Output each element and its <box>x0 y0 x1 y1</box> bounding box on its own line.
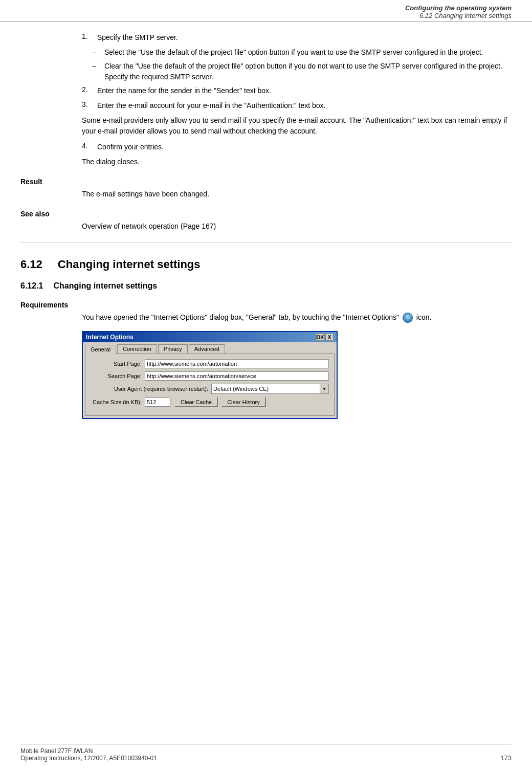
page-number: 173 <box>500 754 512 762</box>
step-1-text: Specify the SMTP server. <box>97 32 512 43</box>
user-agent-input[interactable] <box>211 384 320 394</box>
tab-advanced[interactable]: Advanced <box>189 344 225 354</box>
result-section: Result The e-mail settings have been cha… <box>20 178 512 200</box>
search-page-input[interactable] <box>145 371 329 381</box>
step-4-para: The dialog closes. <box>82 157 512 167</box>
bullet-2: – Clear the "Use the default of the proj… <box>92 61 512 82</box>
dialog-titlebar: Internet Options OK X <box>83 332 337 342</box>
step-1-num: 1. <box>82 32 97 43</box>
dialog-body: Start Page: Search Page: User Agent (req… <box>85 354 335 416</box>
subchapter-heading: 6.12.1 Changing internet settings <box>20 281 512 291</box>
search-page-label: Search Page: <box>91 373 142 379</box>
tab-general[interactable]: General <box>85 345 116 354</box>
tab-connection[interactable]: Connection <box>117 344 157 354</box>
dialog-wrapper: Internet Options OK X General Connection… <box>82 331 512 419</box>
section-divider <box>20 242 512 242</box>
user-agent-row: User Agent (requires browser restart): ▼ <box>91 384 329 394</box>
tab-privacy[interactable]: Privacy <box>158 344 188 354</box>
bullet-1-text: Select the "Use the default of the proje… <box>104 47 483 58</box>
step-4: 4. Confirm your entries. <box>82 142 512 152</box>
requirements-text: You have opened the "Internet Options" d… <box>82 312 512 323</box>
close-button[interactable]: X <box>325 334 334 341</box>
see-also-text: Overview of network operation (Page 167) <box>82 221 512 232</box>
clear-history-button[interactable]: Clear History <box>221 397 266 407</box>
bullet-list-1: – Select the "Use the default of the pro… <box>92 47 512 82</box>
step-3-para: Some e-mail providers only allow you to … <box>82 115 512 137</box>
bullet-2-text: Clear the "Use the default of the projec… <box>104 61 512 82</box>
page-container: Configuring the operating system 6.12 Ch… <box>0 0 532 772</box>
ok-button[interactable]: OK <box>316 334 324 341</box>
start-page-row: Start Page: <box>91 359 329 368</box>
step-1: 1. Specify the SMTP server. <box>82 32 512 43</box>
requirements-label: Requirements <box>20 301 512 309</box>
chapter-heading: 6.12 Changing internet settings <box>20 258 512 271</box>
step-3-text: Enter the e-mail account for your e-mail… <box>97 100 512 111</box>
see-also-section: See also Overview of network operation (… <box>20 210 512 232</box>
cache-size-row: Cache Size (in KB): Clear Cache Clear Hi… <box>91 397 329 407</box>
step-4-num: 4. <box>82 142 97 152</box>
page-header: Configuring the operating system 6.12 Ch… <box>0 0 532 22</box>
cache-size-label: Cache Size (in KB): <box>91 399 142 405</box>
dialog-title: Internet Options <box>86 334 134 341</box>
user-agent-select-wrapper: ▼ <box>211 384 329 394</box>
subchapter-title: Changing internet settings <box>53 281 157 291</box>
dialog-tabs: General Connection Privacy Advanced <box>83 342 337 354</box>
cache-size-input[interactable] <box>145 398 170 407</box>
chapter-num: 6.12 <box>20 258 42 271</box>
start-page-label: Start Page: <box>91 361 142 367</box>
internet-options-dialog: Internet Options OK X General Connection… <box>82 331 338 419</box>
requirements-section: Requirements You have opened the "Intern… <box>20 301 512 323</box>
clear-cache-button[interactable]: Clear Cache <box>174 397 218 407</box>
chapter-title: Changing internet settings <box>58 258 201 271</box>
bullet-1: – Select the "Use the default of the pro… <box>92 47 512 58</box>
page-footer: Mobile Panel 277F IWLAN Operating Instru… <box>20 744 512 762</box>
footer-left: Mobile Panel 277F IWLAN Operating Instru… <box>20 747 157 762</box>
requirements-text-after: icon. <box>416 313 432 321</box>
numbered-list: 1. Specify the SMTP server. – Select the… <box>82 32 512 111</box>
start-page-input[interactable] <box>145 359 329 368</box>
header-line1: Configuring the operating system <box>20 4 512 12</box>
header-line2: 6.12 Changing internet settings <box>20 12 512 19</box>
see-also-label: See also <box>20 210 512 218</box>
footer-line2: Operating Instructions, 12/2007, A5E0100… <box>20 755 157 762</box>
step-2-num: 2. <box>82 85 97 96</box>
user-agent-dropdown-arrow[interactable]: ▼ <box>320 384 329 394</box>
bullet-1-dash: – <box>92 47 104 58</box>
titlebar-buttons: OK X <box>316 334 334 341</box>
step-2-text: Enter the name for the sender in the "Se… <box>97 85 512 96</box>
user-agent-label: User Agent (requires browser restart): <box>91 386 208 392</box>
bullet-2-dash: – <box>92 61 104 82</box>
step-2: 2. Enter the name for the sender in the … <box>82 85 512 96</box>
step-3-num: 3. <box>82 100 97 111</box>
footer-line1: Mobile Panel 277F IWLAN <box>20 747 157 755</box>
search-page-row: Search Page: <box>91 371 329 381</box>
subchapter-num: 6.12.1 <box>20 281 43 291</box>
requirements-text-before: You have opened the "Internet Options" d… <box>82 313 399 321</box>
main-content: 1. Specify the SMTP server. – Select the… <box>0 22 532 450</box>
result-text: The e-mail settings have been changed. <box>82 189 512 200</box>
step-3: 3. Enter the e-mail account for your e-m… <box>82 100 512 111</box>
internet-options-icon <box>403 313 413 323</box>
result-label: Result <box>20 178 512 186</box>
numbered-list-2: 4. Confirm your entries. <box>82 142 512 152</box>
step-4-text: Confirm your entries. <box>97 142 512 152</box>
